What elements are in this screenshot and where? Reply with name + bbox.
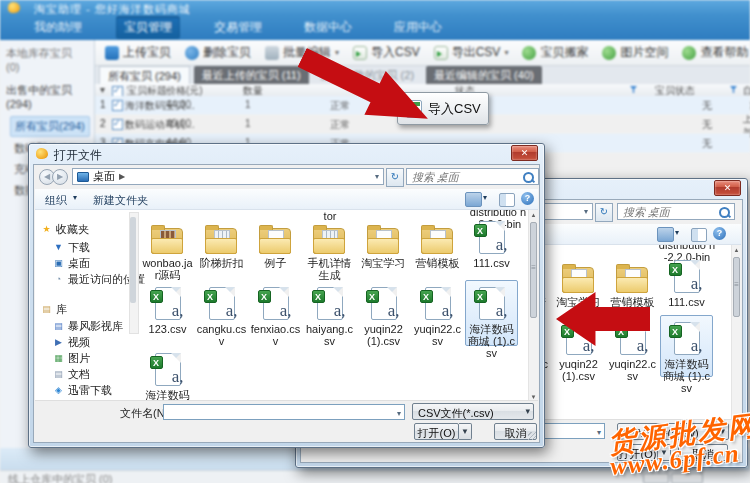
nav-pane-item[interactable]: ▼下载 <box>53 240 90 255</box>
toolbar-button[interactable]: 删除宝贝 ▾ <box>185 44 251 61</box>
list-tab[interactable]: 最近编辑的宝贝 (40) <box>426 66 542 84</box>
toolbar-button[interactable]: 导入CSV ▾ <box>353 44 420 61</box>
file-item[interactable]: Xa, wonbao.jar源码 <box>141 214 194 280</box>
file-item[interactable]: Xa, cangku.csv <box>195 280 248 346</box>
file-item[interactable]: Xa, 海洋数码商城 (1).csv <box>465 280 518 346</box>
forward-icon[interactable]: ▶ <box>52 169 68 185</box>
nav-tab[interactable]: 我的助理 <box>26 16 90 39</box>
file-item[interactable]: Xa, 例子 <box>249 214 302 280</box>
preview-pane-icon[interactable] <box>691 228 707 242</box>
resize-grip[interactable] <box>528 432 536 440</box>
sidebar-header-selling[interactable]: 出售中的宝贝 (294) <box>0 77 94 114</box>
scroll-up-icon[interactable]: ▲ <box>732 245 741 256</box>
scrollbar[interactable]: ▲ ▼ <box>731 245 741 423</box>
preview-pane-icon[interactable] <box>499 193 515 207</box>
chevron-down-icon[interactable]: ▾ <box>375 172 379 181</box>
scrollbar-thumb[interactable] <box>733 257 740 317</box>
col-caret[interactable]: ▾ <box>100 84 105 95</box>
nav-tab[interactable]: 交易管理 <box>206 16 270 39</box>
breadcrumb-label[interactable]: 桌面 <box>93 169 115 184</box>
nav-tab[interactable]: 应用中心 <box>386 16 450 39</box>
file-item[interactable]: Xa, 111.csv <box>660 253 713 315</box>
sidebar-item[interactable]: 所有宝贝(294) <box>10 116 90 137</box>
help-icon[interactable]: ? <box>521 192 534 205</box>
file-item[interactable]: Xa, fenxiao.csv <box>249 280 302 346</box>
ic-download-icon: ▼ <box>53 242 64 253</box>
nav-pane-item[interactable]: ▶视频 <box>53 335 90 350</box>
nav-pane-scrollbar[interactable] <box>129 212 139 334</box>
open-split-arrow-icon[interactable]: ▼ <box>459 423 472 440</box>
file-item[interactable]: Xa, 123.csv <box>141 280 194 346</box>
file-item[interactable]: Xa, yuqin22.csv <box>411 280 464 346</box>
refresh-icon[interactable]: ↻ <box>386 168 404 187</box>
file-item[interactable]: Xa, 海洋数码商城.csv <box>141 346 194 403</box>
file-item[interactable]: Xa, 阶梯折扣 <box>195 214 248 280</box>
new-folder-button[interactable]: 新建文件夹 <box>93 193 148 208</box>
dialog-titlebar[interactable]: 打开文件 <box>29 144 544 164</box>
nav-pane-item[interactable]: ◈迅雷下载 <box>53 383 112 398</box>
favorites-group[interactable]: ★收藏夹 <box>41 222 89 237</box>
dialog2-search[interactable] <box>617 203 735 220</box>
file-item[interactable]: Xa, 手机详情生成 <box>303 214 356 280</box>
chevron-down-icon[interactable]: ▾ <box>483 193 487 202</box>
scrollbar[interactable]: ▲ ▼ <box>528 210 538 403</box>
chevron-down-icon[interactable]: ▾ <box>675 228 679 237</box>
nav-pane-item[interactable]: ▤文档 <box>53 367 90 382</box>
open-button[interactable]: 打开(O) <box>414 423 459 440</box>
row-checkbox[interactable] <box>112 100 123 111</box>
search-input[interactable] <box>410 170 512 184</box>
help-icon[interactable]: ? <box>713 227 726 240</box>
scrollbar-thumb[interactable] <box>130 217 136 303</box>
filename-input[interactable] <box>166 406 374 420</box>
chevron-down-icon[interactable]: ▾ <box>73 193 77 202</box>
toolbar-button[interactable]: 图片空间 ▾ <box>602 44 668 61</box>
scrollbar-thumb[interactable] <box>530 222 537 318</box>
search-input[interactable] <box>621 205 712 219</box>
file-item[interactable]: Xa, haiyang.csv <box>303 280 356 346</box>
chevron-down-icon[interactable]: ▾ <box>584 207 588 216</box>
nav-pane-item[interactable]: ▦图片 <box>53 351 90 366</box>
file-item[interactable]: Xa, 淘宝学习 <box>357 214 410 280</box>
breadcrumb[interactable]: 桌面 ▶ ▾ <box>72 168 384 185</box>
chevron-right-icon[interactable]: ▶ <box>119 172 125 181</box>
chevron-down-icon[interactable]: ▾ <box>397 409 401 418</box>
close-icon[interactable] <box>511 145 538 161</box>
open-file-dialog[interactable]: 打开文件 ◀ ▶ 桌面 ▶ ▾ ↻ 组织 ▾ 新建文件夹 ▾ <box>28 143 545 448</box>
filetype-dropdown[interactable]: CSV文件(*.csv) <box>412 403 534 420</box>
chevron-down-icon[interactable]: ▾ <box>597 428 601 437</box>
ic-videos-icon: ▶ <box>53 337 64 348</box>
file-item[interactable]: Xa, yuqin22 (1).csv <box>357 280 410 346</box>
filter-funnel-icon[interactable] <box>630 86 637 93</box>
file-item[interactable]: Xa, 营销模板 <box>411 214 464 280</box>
filename-combobox[interactable]: ▾ <box>163 404 405 420</box>
status-mini-button[interactable] <box>671 473 703 483</box>
file-item[interactable]: Xa, 海洋数码商城 (1).csv <box>660 315 713 377</box>
views-icon[interactable] <box>657 227 674 242</box>
filter-funnel-icon[interactable] <box>730 86 737 93</box>
nav-pane-item[interactable]: ▣桌面 <box>53 256 90 271</box>
file-item[interactable]: Xa, 111.csv <box>465 214 518 280</box>
nav-tab[interactable]: 宝贝管理 <box>116 16 180 39</box>
refresh-icon[interactable]: ↻ <box>595 203 613 222</box>
file-icon: Xa, <box>666 260 708 294</box>
desktop-icon <box>77 172 89 182</box>
toolbar-button[interactable]: 导出CSV ▾ <box>434 44 509 61</box>
search-icon <box>719 207 730 218</box>
toolbar-button[interactable]: 查看帮助 ▾ <box>682 44 748 61</box>
nav-pane-item[interactable]: ▤暴风影视库 <box>53 319 123 334</box>
toolbar-button[interactable]: 上传宝贝 ▾ <box>105 44 171 61</box>
file-item[interactable]: Xa, 营销模板 <box>606 253 659 315</box>
libraries-group[interactable]: ▤库 <box>41 302 67 317</box>
search-box[interactable] <box>406 168 539 185</box>
toolbar-button[interactable]: 宝贝搬家 ▾ <box>522 44 588 61</box>
row-checkbox[interactable] <box>112 119 123 130</box>
scroll-up-icon[interactable]: ▲ <box>529 210 538 221</box>
nav-tab[interactable]: 数据中心 <box>296 16 360 39</box>
views-icon[interactable] <box>465 192 482 207</box>
status-bar-text[interactable]: 线上仓库中的宝贝 (0) <box>8 472 113 483</box>
organize-button[interactable]: 组织 <box>45 193 67 208</box>
list-tab[interactable]: 最近上传的宝贝 (11) <box>194 66 309 84</box>
close-icon[interactable] <box>714 180 741 196</box>
list-tab[interactable]: 所有宝贝 (294) <box>99 66 190 84</box>
sidebar-header-local[interactable]: 本地库存宝贝 (0) <box>0 40 94 77</box>
